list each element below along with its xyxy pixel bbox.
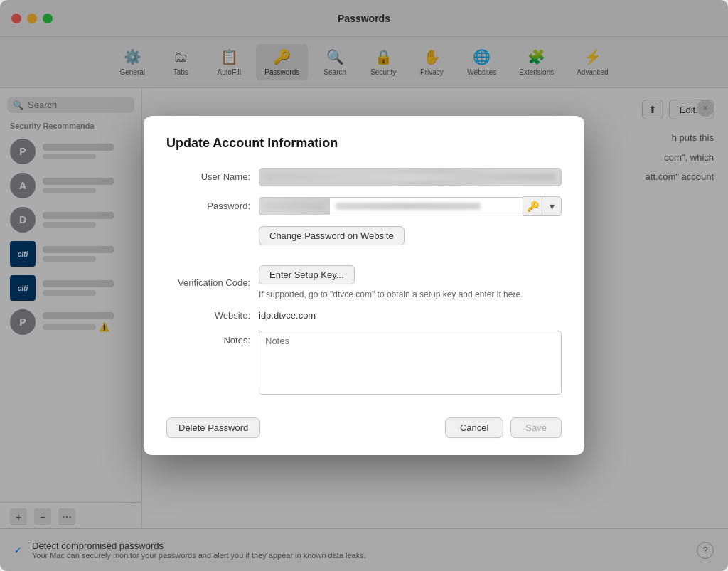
password-label: Password: (166, 201, 259, 211)
save-button[interactable]: Save (510, 417, 562, 438)
update-account-modal: Update Account Information User Name: Pa… (144, 116, 584, 456)
cancel-button[interactable]: Cancel (445, 417, 503, 438)
username-row: User Name: (166, 168, 562, 186)
delete-password-button[interactable]: Delete Password (166, 417, 260, 438)
website-value: idp.dtvce.com (259, 310, 562, 321)
password-input-blurred[interactable] (259, 197, 330, 215)
website-label: Website: (166, 310, 259, 321)
footer-right: Cancel Save (445, 417, 562, 438)
footer-left: Delete Password (166, 417, 445, 438)
password-key-button[interactable]: 🔑 (523, 197, 542, 215)
notes-label: Notes: (166, 331, 259, 346)
verification-row: Verification Code: Enter Setup Key... If… (166, 265, 562, 301)
username-label: User Name: (166, 171, 259, 182)
enter-setup-key-button[interactable]: Enter Setup Key... (259, 265, 355, 284)
verification-help-text: If supported, go to "dtvce.com" to obtai… (259, 289, 562, 301)
password-field-group: 🔑 ▾ (259, 196, 562, 216)
notes-input[interactable] (259, 331, 562, 395)
modal-footer: Delete Password Cancel Save (166, 409, 562, 438)
verification-content: Enter Setup Key... If supported, go to "… (259, 265, 562, 301)
verification-label: Verification Code: (166, 277, 259, 288)
change-pw-row: Change Password on Website (166, 226, 562, 255)
change-password-website-button[interactable]: Change Password on Website (259, 226, 405, 245)
notes-row: Notes: (166, 331, 562, 395)
password-actions: 🔑 ▾ (523, 196, 562, 216)
modal-title: Update Account Information (166, 136, 562, 151)
website-row: Website: idp.dtvce.com (166, 310, 562, 321)
username-input-blurred[interactable] (259, 168, 562, 186)
password-row: Password: 🔑 ▾ (166, 196, 562, 216)
password-dropdown-button[interactable]: ▾ (542, 197, 561, 215)
